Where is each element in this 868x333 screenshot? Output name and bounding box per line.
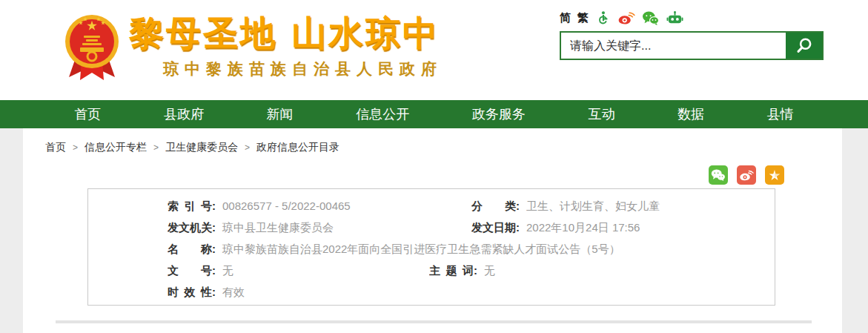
field-value: 琼中黎族苗族自治县2022年面向全国引进医疗卫生急需紧缺人才面试公告（5号）	[222, 243, 620, 255]
traditional-chinese-toggle[interactable]: 繁	[577, 11, 589, 25]
search-button[interactable]	[786, 33, 822, 59]
field-label: 主题词	[429, 260, 474, 281]
field-category: 分类:卫生、计划生育、妇女儿童	[471, 195, 760, 217]
field-issue-date: 发文日期:2022年10月24日 17:56	[471, 217, 760, 238]
nav-item-info-disclosure[interactable]: 信息公开	[356, 100, 409, 128]
site-name: 琼中黎族苗族自治县人民政府	[163, 59, 443, 79]
breadcrumb-item-health-commission[interactable]: 卫生健康委员会	[165, 141, 238, 154]
wechat-button[interactable]	[642, 10, 660, 26]
field-index-no: 索引号:00826577 - 5/2022-00465	[168, 195, 471, 217]
field-keywords: 主题词:无	[429, 260, 760, 281]
share-buttons	[709, 165, 784, 185]
favorite-share-button[interactable]	[765, 165, 784, 185]
favorite-star-icon	[767, 168, 782, 182]
search-icon	[795, 36, 814, 56]
field-label: 索引号	[168, 195, 212, 217]
field-colon: :	[212, 264, 216, 277]
main-container: 首页 > 信息公开专栏 > 卫生健康委员会 > 政府信息公开目录	[23, 128, 842, 333]
breadcrumb: 首页 > 信息公开专栏 > 卫生健康委员会 > 政府信息公开目录	[45, 141, 842, 154]
field-value: 无	[484, 264, 495, 277]
robot-icon	[666, 10, 683, 26]
nav-item-data[interactable]: 数据	[677, 100, 704, 128]
field-issuing-org: 发文机关:琼中县卫生健康委员会	[168, 217, 471, 238]
field-colon: :	[212, 243, 216, 255]
info-row-5: 时效性:有效	[168, 281, 760, 303]
nav-item-county-government[interactable]: 县政府	[164, 100, 204, 128]
section-divider	[56, 320, 812, 323]
field-title: 名称:琼中黎族苗族自治县2022年面向全国引进医疗卫生急需紧缺人才面试公告（5号…	[168, 238, 760, 260]
breadcrumb-item-info-disclosure-column[interactable]: 信息公开专栏	[85, 141, 147, 154]
info-row-4: 文号:无 主题词:无	[168, 260, 760, 281]
nav-item-home[interactable]: 首页	[74, 100, 101, 128]
site-header: 黎母圣地 山水琼中 琼中黎族苗族自治县人民政府 简 繁	[0, 0, 868, 100]
info-row-1: 索引号:00826577 - 5/2022-00465 分类:卫生、计划生育、妇…	[168, 195, 760, 217]
field-colon: :	[516, 200, 520, 212]
nav-item-county-profile[interactable]: 县情	[767, 100, 794, 128]
accessibility-icon	[595, 10, 611, 26]
breadcrumb-separator: >	[245, 142, 250, 153]
field-label: 分类	[471, 195, 516, 217]
wechat-share-button[interactable]	[709, 165, 728, 185]
field-value: 无	[222, 264, 233, 277]
site-slogan: 黎母圣地 山水琼中	[129, 13, 443, 53]
main-nav: 首页 县政府 新闻 信息公开 政务服务 互动 数据 县情	[0, 100, 868, 128]
site-titles: 黎母圣地 山水琼中 琼中黎族苗族自治县人民政府	[129, 13, 443, 79]
field-colon: :	[212, 221, 216, 234]
wechat-icon	[642, 10, 660, 26]
smart-assistant-button[interactable]	[666, 10, 683, 26]
field-label: 时效性	[168, 281, 212, 303]
nav-item-news[interactable]: 新闻	[267, 100, 294, 128]
nav-item-gov-services[interactable]: 政务服务	[472, 100, 526, 128]
site-logo[interactable]: 黎母圣地 山水琼中 琼中黎族苗族自治县人民政府	[64, 13, 443, 85]
field-validity: 时效性:有效	[168, 281, 760, 303]
field-colon: :	[212, 286, 216, 298]
nav-item-interaction[interactable]: 互动	[588, 100, 614, 128]
field-label: 发文日期	[471, 217, 516, 238]
search-bar	[560, 31, 824, 60]
info-row-3: 名称:琼中黎族苗族自治县2022年面向全国引进医疗卫生急需紧缺人才面试公告（5号…	[168, 238, 760, 260]
utility-bar: 简 繁	[560, 9, 683, 27]
field-value: 2022年10月24日 17:56	[526, 221, 640, 234]
weibo-button[interactable]	[617, 10, 635, 26]
accessibility-button[interactable]	[595, 10, 611, 26]
field-colon: :	[516, 221, 520, 234]
field-colon: :	[212, 200, 216, 212]
weibo-icon	[617, 10, 635, 26]
field-doc-no: 文号:无	[168, 260, 471, 281]
breadcrumb-item-gov-info-directory[interactable]: 政府信息公开目录	[256, 141, 339, 154]
field-value: 琼中县卫生健康委员会	[222, 221, 334, 234]
field-label: 名称	[168, 238, 212, 260]
weibo-share-button[interactable]	[737, 165, 756, 185]
national-emblem-icon	[64, 13, 120, 85]
field-value: 00826577 - 5/2022-00465	[222, 200, 351, 212]
search-input[interactable]	[561, 33, 786, 59]
wechat-share-icon	[711, 168, 726, 182]
breadcrumb-separator: >	[153, 142, 159, 153]
document-info-box: 索引号:00826577 - 5/2022-00465 分类:卫生、计划生育、妇…	[87, 188, 775, 306]
page-background: 首页 > 信息公开专栏 > 卫生健康委员会 > 政府信息公开目录	[0, 128, 868, 333]
info-row-2: 发文机关:琼中县卫生健康委员会 发文日期:2022年10月24日 17:56	[168, 217, 760, 238]
field-value: 卫生、计划生育、妇女儿童	[526, 200, 660, 212]
field-colon: :	[474, 264, 477, 277]
weibo-share-icon	[739, 169, 754, 182]
simplified-chinese-toggle[interactable]: 简	[560, 11, 571, 25]
breadcrumb-separator: >	[73, 142, 78, 153]
field-value: 有效	[222, 286, 245, 298]
field-label: 文号	[168, 260, 212, 281]
breadcrumb-item-home[interactable]: 首页	[45, 141, 66, 154]
field-label: 发文机关	[168, 217, 212, 238]
